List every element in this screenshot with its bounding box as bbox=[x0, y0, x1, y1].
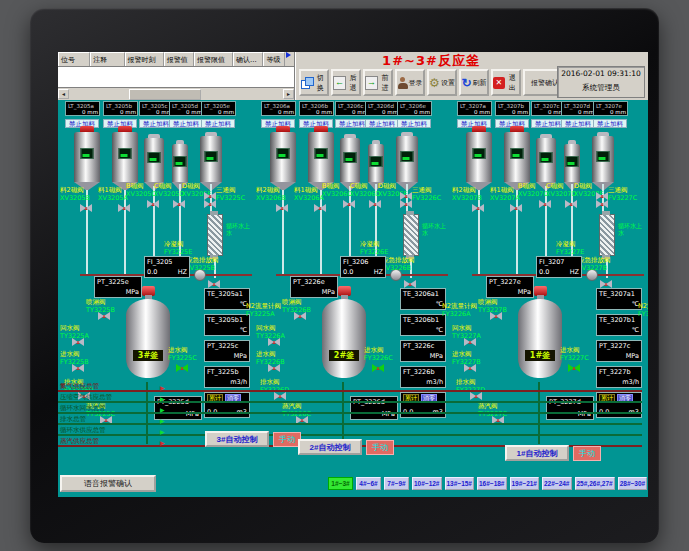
feed-valve[interactable] bbox=[369, 200, 381, 209]
feed-valve[interactable] bbox=[147, 200, 159, 209]
mode-status-3: 手动 bbox=[273, 432, 301, 447]
tank-level-indicator bbox=[401, 151, 414, 162]
scrollbar-thumb[interactable] bbox=[129, 89, 201, 100]
feed-valve[interactable] bbox=[118, 204, 130, 213]
n2-flow-valve-tag: N2流量计阀FY3227A bbox=[638, 302, 648, 318]
datetime: 2016-02-01 09:31:10 bbox=[558, 67, 644, 81]
inlet-water-valve[interactable] bbox=[176, 364, 188, 373]
auto-control-button-1[interactable]: 1#自动控制 bbox=[505, 445, 569, 461]
reactor-page-button[interactable]: 22#~24# bbox=[542, 477, 572, 490]
feed-valve[interactable] bbox=[314, 204, 326, 213]
switch-button[interactable]: 切换 bbox=[299, 69, 329, 96]
process-canvas: LT_3205a0 mm LT_3205b0 mm LT_3205c0 mm L… bbox=[58, 100, 648, 472]
no-feed-label: 禁止加料 bbox=[531, 119, 565, 128]
auto-control-3: 3#自动控制 手动 bbox=[205, 431, 301, 447]
tank-level-indicator bbox=[119, 148, 132, 159]
reactor-vessel: 2#釜 bbox=[314, 286, 374, 382]
refresh-icon bbox=[461, 77, 471, 89]
reactor-page-button[interactable]: 16#~18# bbox=[477, 477, 507, 490]
settings-button[interactable]: 设置 bbox=[427, 69, 457, 96]
top-bar: 位号 注释 报警时刻 报警值 报警限值 确认... 等级 bbox=[58, 52, 648, 100]
alarm-column-header: 报警值 bbox=[164, 52, 194, 66]
inlet-water-valve[interactable] bbox=[372, 364, 384, 373]
level-display: LT_3207b0 mm bbox=[495, 101, 530, 116]
frequency-display: FI_32060.0HZ bbox=[340, 256, 386, 278]
feed-valve[interactable] bbox=[539, 200, 551, 209]
three-way-valve[interactable] bbox=[204, 192, 216, 201]
reactor-page-button[interactable]: 7#~9# bbox=[384, 477, 409, 490]
inlet-water-valve[interactable] bbox=[568, 364, 580, 373]
feed-tank bbox=[172, 144, 188, 182]
back-button[interactable]: 后退 bbox=[331, 69, 361, 96]
feed-valve[interactable] bbox=[400, 200, 412, 209]
forward-button[interactable]: 前进 bbox=[363, 69, 393, 96]
level-display: LT_3206b0 mm bbox=[299, 101, 334, 116]
tank-level-indicator bbox=[540, 152, 553, 163]
login-button[interactable]: 登录 bbox=[395, 69, 425, 96]
alarm-table-scrollbar[interactable]: ◄ ► bbox=[58, 87, 294, 100]
tank-level-indicator bbox=[370, 156, 383, 167]
pressure-display: PT_3226cMPa bbox=[400, 340, 446, 362]
feed-tank bbox=[340, 138, 360, 182]
feed-tank bbox=[200, 136, 222, 182]
voice-alarm-ack-button[interactable]: 语音报警确认 bbox=[60, 475, 156, 492]
feed-tank bbox=[396, 136, 418, 182]
pipe bbox=[86, 190, 88, 276]
feed-valve[interactable] bbox=[565, 200, 577, 209]
valve-tag: 应急排放阀FV3227B bbox=[578, 256, 618, 272]
pipe-main-row: 氮气供应总管 bbox=[58, 382, 644, 393]
auto-control-button-2[interactable]: 2#自动控制 bbox=[298, 439, 362, 455]
refresh-button[interactable]: 刷新 bbox=[459, 69, 489, 96]
feed-valve[interactable] bbox=[510, 204, 522, 213]
level-display: LT_3207d0 mm bbox=[561, 101, 596, 116]
mode-status-2: 手动 bbox=[366, 440, 394, 455]
feed-valve[interactable] bbox=[173, 200, 185, 209]
monitor: 位号 注释 报警时刻 报警值 报警限值 确认... 等级 bbox=[0, 0, 689, 551]
valve-tag: 三通阀FV3226C bbox=[412, 186, 452, 202]
valve-tag: 进水阀FY3225B bbox=[60, 350, 100, 366]
reactor-page-button[interactable]: 13#~15# bbox=[445, 477, 475, 490]
pressure-display: PT_3225cMPa bbox=[204, 340, 250, 362]
feed-valve[interactable] bbox=[343, 200, 355, 209]
feed-valve[interactable] bbox=[276, 204, 288, 213]
tank-level-indicator bbox=[81, 148, 94, 159]
alarm-table-body bbox=[58, 67, 294, 87]
reactor-page-button[interactable]: 19#~21# bbox=[510, 477, 540, 490]
switch-icon bbox=[301, 77, 313, 88]
alarm-column-header: 报警时刻 bbox=[125, 52, 164, 66]
exit-button[interactable]: 退出 bbox=[491, 69, 521, 96]
kettle-label: 2#釜 bbox=[329, 350, 359, 361]
tank-level-indicator bbox=[597, 151, 610, 162]
three-way-valve[interactable] bbox=[400, 192, 412, 201]
valve-tag: 回水阀TY3225A bbox=[60, 324, 100, 340]
no-feed-label: 禁止加料 bbox=[397, 119, 431, 128]
alarm-column-header: 位号 bbox=[58, 52, 90, 66]
confirm-hand-icon bbox=[286, 52, 294, 58]
alarm-column-header: 报警限值 bbox=[194, 52, 233, 66]
reactor-page-button[interactable]: 4#~6# bbox=[356, 477, 381, 490]
alarm-column-header: 等级 bbox=[263, 52, 285, 66]
reactor-page-button[interactable]: 25#,26#,27# bbox=[575, 477, 615, 490]
auto-control-button-3[interactable]: 3#自动控制 bbox=[205, 431, 269, 447]
three-way-valve[interactable] bbox=[596, 192, 608, 201]
reactor-page-button[interactable]: 28#~30# bbox=[618, 477, 648, 490]
reactor-page-button[interactable]: 1#~3# bbox=[328, 477, 353, 490]
feed-valve[interactable] bbox=[80, 204, 92, 213]
toolbar-panel: 1#~3#反应釜 切换 后退 前进 bbox=[295, 52, 648, 100]
scroll-right-arrow-icon[interactable]: ► bbox=[283, 89, 294, 99]
valve-tag: 回水阀TY3227A bbox=[452, 324, 492, 340]
pressure-display: PT_3227cMPa bbox=[596, 340, 642, 362]
reactor-page-button[interactable]: 10#~12# bbox=[412, 477, 442, 490]
feed-valve[interactable] bbox=[204, 200, 216, 209]
valve-tag: 进水阀FY3227C bbox=[560, 346, 600, 362]
temperature-display: TE_3205b1℃ bbox=[204, 314, 250, 336]
pipe-main-row: 排水总管 bbox=[58, 415, 644, 426]
scroll-left-arrow-icon[interactable]: ◄ bbox=[58, 89, 69, 99]
level-display: LT_3207a0 mm bbox=[457, 101, 492, 116]
reactor-vessel: 1#釜 bbox=[510, 286, 570, 382]
feed-valve[interactable] bbox=[472, 204, 484, 213]
monitor-bezel: 位号 注释 报警时刻 报警值 报警限值 确认... 等级 bbox=[30, 8, 659, 543]
feed-valve[interactable] bbox=[596, 200, 608, 209]
pipe bbox=[320, 190, 322, 276]
tank-level-indicator bbox=[473, 148, 486, 159]
